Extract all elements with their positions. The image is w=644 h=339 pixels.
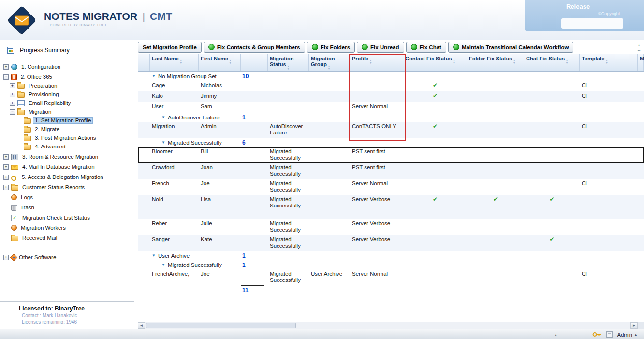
table-row-kalo-jimmy[interactable]: KaloJimmy✔Cl (138, 91, 644, 102)
collapse-triangle-icon[interactable]: ▼ (152, 74, 156, 78)
maintain-transitional-calendar-workflow-button[interactable]: Maintain Transitional Calendar Workflow (448, 42, 574, 53)
sidebar-item-4-advanced[interactable]: 4. Advanced (0, 143, 134, 150)
sidebar-item-logs[interactable]: Logs (0, 193, 134, 201)
sort-indicator-icon[interactable]: ▴▾ (606, 59, 607, 64)
cell-gutter (138, 163, 150, 179)
column-header-contact_fix_status[interactable]: Contact Fix Status▴▾ (403, 54, 467, 71)
sidebar-item-migration[interactable]: −Migration (0, 108, 134, 116)
sort-indicator-icon[interactable]: ▴▾ (230, 59, 231, 64)
column-header-template[interactable]: Template▴▾ (580, 54, 638, 71)
sidebar-item-4-mail-in-database-migration[interactable]: +4. Mail In Database Migration (0, 163, 134, 171)
cell-template: Cl (580, 91, 638, 102)
table-row-cage-nicholas[interactable]: CageNicholas✔Cl (138, 81, 644, 91)
cell-migration_group (309, 195, 350, 219)
column-header-profile[interactable]: Profile▴▾ (350, 54, 403, 71)
sort-indicator-icon[interactable]: ▴▾ (288, 65, 289, 70)
sort-indicator-icon[interactable]: ▴▾ (328, 65, 330, 70)
cell-count (241, 163, 268, 179)
expand-icon[interactable]: + (3, 175, 9, 180)
expand-icon[interactable]: + (10, 83, 15, 88)
sphere-icon (11, 194, 17, 200)
sort-indicator-icon[interactable]: ▴▾ (370, 59, 371, 64)
expand-icon[interactable]: + (3, 255, 9, 260)
table-row-reber-julie[interactable]: ReberJulieMigrated SuccessfullyServer Ve… (138, 219, 644, 235)
admin-menu-button[interactable]: Admin ▴ (617, 332, 637, 338)
sidebar-item-customer-status-reports[interactable]: +Customer Status Reports (0, 183, 134, 191)
scroll-left-icon[interactable]: ← (637, 47, 641, 52)
table-row-user-sam[interactable]: UserSamServer Normal (138, 102, 644, 113)
set-migration-profile-button[interactable]: Set Migration Profile (138, 42, 202, 53)
sidebar-item-trash[interactable]: Trash (0, 204, 134, 211)
fix-chat-button[interactable]: Fix Chat (406, 42, 446, 53)
table-row-bloomer-bill[interactable]: BloomerBillMigrated SuccessfullyPST sent… (138, 147, 644, 163)
cell-migration_group (309, 147, 350, 163)
sidebar-item-2-migrate[interactable]: 2. Migrate (0, 125, 134, 133)
column-header-migration_group[interactable]: Migration Group▴▾ (309, 54, 350, 71)
expand-icon[interactable]: + (10, 92, 15, 97)
cell-chat_fix (524, 102, 580, 113)
sidebar-item-5-access-delegation-migration[interactable]: +5. Access & Delegation Migration (0, 173, 134, 181)
sidebar-item-label: 2. Migrate (33, 126, 61, 133)
cell-migration_group (309, 102, 350, 113)
expand-icon[interactable]: + (10, 101, 15, 106)
sidebar-item-2-office-365[interactable]: −2. Office 365 (0, 73, 134, 81)
table-row-crawford-joan[interactable]: CrawfordJoanMigrated SuccessfullyPST sen… (138, 163, 644, 179)
sidebar-item-1-configuration[interactable]: +1. Configuration (0, 63, 134, 71)
expand-icon[interactable]: + (3, 185, 9, 190)
table-row-frencharchive-joe[interactable]: FrenchArchive,JoeMigrated SuccessfullyUs… (138, 269, 644, 285)
column-header-folder_fix_status[interactable]: Folder Fix Status▴▾ (467, 54, 524, 71)
collapse-triangle-icon[interactable]: ▼ (161, 115, 165, 119)
fix-folders-button[interactable]: Fix Folders (307, 42, 355, 53)
column-header-first_name[interactable]: First Name▴▾ (199, 54, 241, 71)
sort-indicator-icon[interactable]: ▴▾ (454, 59, 455, 64)
sidebar-item-progress-summary[interactable]: Progress Summary (0, 40, 134, 57)
scrollbar-track[interactable] (145, 322, 630, 329)
expand-icon[interactable]: + (3, 154, 9, 160)
sidebar-item-migration-workers[interactable]: Migration Workers (0, 224, 134, 232)
group-row-user-archive[interactable]: ▼User Archive1 (138, 251, 644, 260)
sort-indicator-icon[interactable]: ▴▾ (566, 59, 568, 64)
collapse-icon[interactable]: − (3, 74, 9, 80)
table-row-french-joe[interactable]: FrenchJoeMigrated SuccessfullyServer Nor… (138, 179, 644, 195)
group-row-migrated-successfully[interactable]: ▼Migrated Successfully1 (138, 260, 644, 269)
sort-indicator-icon[interactable]: ▴▾ (180, 59, 182, 64)
sidebar-item-migration-check-list-status[interactable]: Migration Check List Status (0, 214, 134, 221)
group-row-migrated-successfully[interactable]: ▼Migrated Successfully6 (138, 138, 644, 147)
collapse-triangle-icon[interactable]: ▼ (161, 263, 165, 267)
group-row-autodiscover-failure[interactable]: ▼AutoDiscover Failure1 (138, 113, 644, 122)
sidebar-item-received-mail[interactable]: Received Mail (0, 234, 134, 242)
sidebar-item-provisioning[interactable]: +Provisioning (0, 90, 134, 98)
table-row-sanger-kate[interactable]: SangerKateMigrated SuccessfullyServer Ve… (138, 235, 644, 251)
sort-indicator-icon[interactable]: ▴▾ (513, 59, 515, 64)
sidebar-item-3-room-resource-migration[interactable]: +3. Room & Resource Migration (0, 153, 134, 161)
fix-contacts-group-members-button[interactable]: Fix Contacts & Group Members (204, 42, 305, 53)
collapse-triangle-icon[interactable]: ▼ (161, 140, 165, 145)
scroll-up-down-icon[interactable]: ↕ (637, 42, 641, 47)
expand-icon[interactable]: + (3, 64, 9, 70)
collapse-triangle-icon[interactable]: ▼ (152, 253, 156, 258)
key-icon[interactable] (592, 332, 601, 337)
cell-first_name: Kate (199, 235, 241, 251)
group-count: 1 (241, 114, 268, 121)
scroll-right-arrow[interactable]: ► (630, 322, 638, 329)
folder-icon (24, 136, 31, 141)
sidebar-item-other-software[interactable]: +Other Software (0, 253, 134, 261)
fix-unread-button[interactable]: Fix Unread (357, 42, 404, 53)
table-row-migration-admin[interactable]: MigrationAdminAutoDiscover FailureConTAC… (138, 122, 644, 138)
sidebar-item-3-post-migration-actions[interactable]: 3. Post Migration Actions (0, 134, 134, 142)
table-row-nold-lisa[interactable]: NoldLisaMigrated SuccessfullyServer Verb… (138, 195, 644, 219)
sidebar-item-preparation[interactable]: +Preparation (0, 82, 134, 89)
statusbar-expand-icon[interactable]: ▴ (555, 332, 557, 337)
sidebar-item-email-repliability[interactable]: +Email Repliability (0, 99, 134, 107)
scrollbar-thumb[interactable] (146, 323, 296, 328)
expand-icon[interactable]: + (3, 164, 9, 170)
document-icon[interactable] (606, 331, 613, 338)
group-row-no-migration-group-set[interactable]: ▼No Migration Group Set10 (138, 72, 644, 81)
column-header-migration_status[interactable]: Migration Status▴▾ (268, 54, 309, 71)
scroll-left-arrow[interactable]: ◄ (138, 322, 145, 329)
cell-more (638, 147, 644, 163)
column-header-chat_fix_status[interactable]: Chat Fix Status▴▾ (524, 54, 580, 71)
collapse-icon[interactable]: − (10, 109, 15, 115)
column-header-last_name[interactable]: Last Name▴▾ (150, 54, 199, 71)
sidebar-item-1-set-migration-profile[interactable]: 1. Set Migration Profile (0, 117, 134, 124)
